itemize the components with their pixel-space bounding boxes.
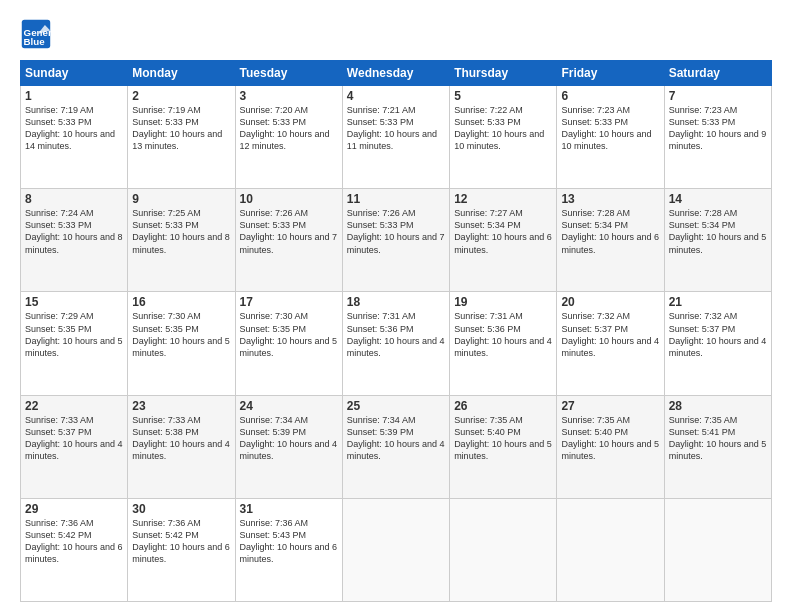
svg-text:Blue: Blue <box>24 36 46 47</box>
table-cell: 11Sunrise: 7:26 AM Sunset: 5:33 PM Dayli… <box>342 189 449 292</box>
day-number: 3 <box>240 89 338 103</box>
day-info: Sunrise: 7:30 AM Sunset: 5:35 PM Dayligh… <box>132 310 230 359</box>
day-number: 7 <box>669 89 767 103</box>
day-info: Sunrise: 7:34 AM Sunset: 5:39 PM Dayligh… <box>347 414 445 463</box>
day-number: 26 <box>454 399 552 413</box>
day-info: Sunrise: 7:19 AM Sunset: 5:33 PM Dayligh… <box>25 104 123 153</box>
day-info: Sunrise: 7:35 AM Sunset: 5:40 PM Dayligh… <box>454 414 552 463</box>
table-cell: 16Sunrise: 7:30 AM Sunset: 5:35 PM Dayli… <box>128 292 235 395</box>
table-cell: 29Sunrise: 7:36 AM Sunset: 5:42 PM Dayli… <box>21 498 128 601</box>
day-info: Sunrise: 7:36 AM Sunset: 5:42 PM Dayligh… <box>132 517 230 566</box>
table-cell: 5Sunrise: 7:22 AM Sunset: 5:33 PM Daylig… <box>450 86 557 189</box>
day-info: Sunrise: 7:26 AM Sunset: 5:33 PM Dayligh… <box>240 207 338 256</box>
day-number: 23 <box>132 399 230 413</box>
day-info: Sunrise: 7:30 AM Sunset: 5:35 PM Dayligh… <box>240 310 338 359</box>
day-info: Sunrise: 7:36 AM Sunset: 5:43 PM Dayligh… <box>240 517 338 566</box>
col-friday: Friday <box>557 61 664 86</box>
col-wednesday: Wednesday <box>342 61 449 86</box>
table-cell: 12Sunrise: 7:27 AM Sunset: 5:34 PM Dayli… <box>450 189 557 292</box>
day-info: Sunrise: 7:28 AM Sunset: 5:34 PM Dayligh… <box>669 207 767 256</box>
day-number: 8 <box>25 192 123 206</box>
table-cell: 15Sunrise: 7:29 AM Sunset: 5:35 PM Dayli… <box>21 292 128 395</box>
table-cell: 28Sunrise: 7:35 AM Sunset: 5:41 PM Dayli… <box>664 395 771 498</box>
day-info: Sunrise: 7:23 AM Sunset: 5:33 PM Dayligh… <box>669 104 767 153</box>
table-cell: 2Sunrise: 7:19 AM Sunset: 5:33 PM Daylig… <box>128 86 235 189</box>
page: General Blue Sunday Monday Tuesday Wedne… <box>0 0 792 612</box>
day-number: 2 <box>132 89 230 103</box>
day-number: 28 <box>669 399 767 413</box>
day-number: 6 <box>561 89 659 103</box>
table-cell <box>342 498 449 601</box>
day-number: 17 <box>240 295 338 309</box>
day-number: 5 <box>454 89 552 103</box>
header: General Blue <box>20 18 772 50</box>
table-cell: 4Sunrise: 7:21 AM Sunset: 5:33 PM Daylig… <box>342 86 449 189</box>
col-saturday: Saturday <box>664 61 771 86</box>
day-number: 12 <box>454 192 552 206</box>
table-cell: 31Sunrise: 7:36 AM Sunset: 5:43 PM Dayli… <box>235 498 342 601</box>
day-number: 25 <box>347 399 445 413</box>
day-info: Sunrise: 7:24 AM Sunset: 5:33 PM Dayligh… <box>25 207 123 256</box>
table-cell: 21Sunrise: 7:32 AM Sunset: 5:37 PM Dayli… <box>664 292 771 395</box>
table-cell: 17Sunrise: 7:30 AM Sunset: 5:35 PM Dayli… <box>235 292 342 395</box>
day-number: 19 <box>454 295 552 309</box>
day-number: 14 <box>669 192 767 206</box>
table-cell: 23Sunrise: 7:33 AM Sunset: 5:38 PM Dayli… <box>128 395 235 498</box>
table-cell: 26Sunrise: 7:35 AM Sunset: 5:40 PM Dayli… <box>450 395 557 498</box>
calendar-table: Sunday Monday Tuesday Wednesday Thursday… <box>20 60 772 602</box>
week-row-3: 15Sunrise: 7:29 AM Sunset: 5:35 PM Dayli… <box>21 292 772 395</box>
day-number: 18 <box>347 295 445 309</box>
week-row-5: 29Sunrise: 7:36 AM Sunset: 5:42 PM Dayli… <box>21 498 772 601</box>
table-cell: 27Sunrise: 7:35 AM Sunset: 5:40 PM Dayli… <box>557 395 664 498</box>
logo: General Blue <box>20 18 56 50</box>
day-info: Sunrise: 7:29 AM Sunset: 5:35 PM Dayligh… <box>25 310 123 359</box>
day-info: Sunrise: 7:31 AM Sunset: 5:36 PM Dayligh… <box>347 310 445 359</box>
col-sunday: Sunday <box>21 61 128 86</box>
table-cell: 25Sunrise: 7:34 AM Sunset: 5:39 PM Dayli… <box>342 395 449 498</box>
day-number: 24 <box>240 399 338 413</box>
week-row-2: 8Sunrise: 7:24 AM Sunset: 5:33 PM Daylig… <box>21 189 772 292</box>
table-cell: 20Sunrise: 7:32 AM Sunset: 5:37 PM Dayli… <box>557 292 664 395</box>
day-info: Sunrise: 7:32 AM Sunset: 5:37 PM Dayligh… <box>561 310 659 359</box>
col-monday: Monday <box>128 61 235 86</box>
logo-icon: General Blue <box>20 18 52 50</box>
day-number: 1 <box>25 89 123 103</box>
day-number: 11 <box>347 192 445 206</box>
table-cell: 18Sunrise: 7:31 AM Sunset: 5:36 PM Dayli… <box>342 292 449 395</box>
day-info: Sunrise: 7:33 AM Sunset: 5:38 PM Dayligh… <box>132 414 230 463</box>
day-info: Sunrise: 7:26 AM Sunset: 5:33 PM Dayligh… <box>347 207 445 256</box>
table-cell: 30Sunrise: 7:36 AM Sunset: 5:42 PM Dayli… <box>128 498 235 601</box>
day-info: Sunrise: 7:32 AM Sunset: 5:37 PM Dayligh… <box>669 310 767 359</box>
table-cell <box>557 498 664 601</box>
day-number: 13 <box>561 192 659 206</box>
table-cell: 9Sunrise: 7:25 AM Sunset: 5:33 PM Daylig… <box>128 189 235 292</box>
day-number: 15 <box>25 295 123 309</box>
table-cell: 14Sunrise: 7:28 AM Sunset: 5:34 PM Dayli… <box>664 189 771 292</box>
table-cell: 10Sunrise: 7:26 AM Sunset: 5:33 PM Dayli… <box>235 189 342 292</box>
day-info: Sunrise: 7:35 AM Sunset: 5:40 PM Dayligh… <box>561 414 659 463</box>
table-cell: 13Sunrise: 7:28 AM Sunset: 5:34 PM Dayli… <box>557 189 664 292</box>
day-info: Sunrise: 7:20 AM Sunset: 5:33 PM Dayligh… <box>240 104 338 153</box>
table-cell <box>664 498 771 601</box>
day-info: Sunrise: 7:21 AM Sunset: 5:33 PM Dayligh… <box>347 104 445 153</box>
table-cell <box>450 498 557 601</box>
day-number: 30 <box>132 502 230 516</box>
day-number: 21 <box>669 295 767 309</box>
day-info: Sunrise: 7:35 AM Sunset: 5:41 PM Dayligh… <box>669 414 767 463</box>
day-info: Sunrise: 7:36 AM Sunset: 5:42 PM Dayligh… <box>25 517 123 566</box>
day-number: 10 <box>240 192 338 206</box>
table-cell: 24Sunrise: 7:34 AM Sunset: 5:39 PM Dayli… <box>235 395 342 498</box>
day-info: Sunrise: 7:25 AM Sunset: 5:33 PM Dayligh… <box>132 207 230 256</box>
table-cell: 1Sunrise: 7:19 AM Sunset: 5:33 PM Daylig… <box>21 86 128 189</box>
day-info: Sunrise: 7:22 AM Sunset: 5:33 PM Dayligh… <box>454 104 552 153</box>
day-info: Sunrise: 7:28 AM Sunset: 5:34 PM Dayligh… <box>561 207 659 256</box>
week-row-4: 22Sunrise: 7:33 AM Sunset: 5:37 PM Dayli… <box>21 395 772 498</box>
table-cell: 7Sunrise: 7:23 AM Sunset: 5:33 PM Daylig… <box>664 86 771 189</box>
table-cell: 8Sunrise: 7:24 AM Sunset: 5:33 PM Daylig… <box>21 189 128 292</box>
day-number: 20 <box>561 295 659 309</box>
day-number: 31 <box>240 502 338 516</box>
day-number: 29 <box>25 502 123 516</box>
day-info: Sunrise: 7:33 AM Sunset: 5:37 PM Dayligh… <box>25 414 123 463</box>
day-info: Sunrise: 7:23 AM Sunset: 5:33 PM Dayligh… <box>561 104 659 153</box>
day-number: 9 <box>132 192 230 206</box>
